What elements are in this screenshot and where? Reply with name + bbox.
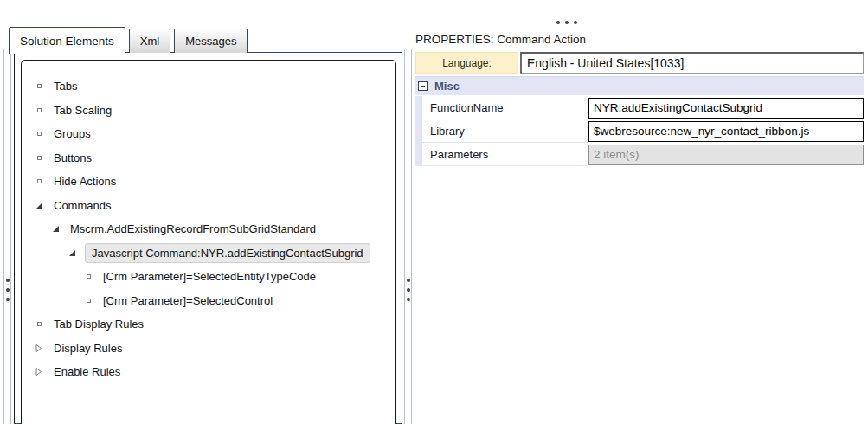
tree-list: TabsTab ScalingGroupsButtonsHide Actions… [22,61,395,384]
tree-item-label: Display Rules [52,341,124,356]
expanded-arrow-icon[interactable] [51,225,60,233]
tree-item-tabs[interactable]: Tabs [22,74,395,99]
expanded-arrow-icon[interactable] [68,249,76,257]
language-label: Language: [415,52,518,74]
row-gutter [415,119,422,143]
tree-item-mscrm-addexistingrecordfromsubgridstandard[interactable]: Mscrm.AddExistingRecordFromSubGridStanda… [22,217,395,241]
tree-item-label: Tab Scaling [52,103,113,118]
leaf-bullet-icon [35,156,43,160]
splitter-grip-icon[interactable] [407,279,410,301]
tree-item-label: [Crm Parameter]=SelectedEntityTypeCode [101,269,318,284]
language-select[interactable]: English - United States[1033] [520,52,864,74]
property-value-cell: 2 item(s) [588,143,864,166]
leaf-bullet-icon [84,274,93,279]
collapsed-arrow-icon[interactable] [35,367,43,376]
leaf-bullet-icon [84,299,93,303]
property-row-parameters: Parameters2 item(s) [415,143,864,166]
misc-group-label: Misc [434,80,460,93]
language-row: Language: English - United States[1033] [415,52,864,74]
property-value-cell: NYR.addExistingContactSubgrid [588,96,864,119]
leaf-bullet-icon [35,322,43,326]
tab-xml[interactable]: Xml [129,29,170,53]
tree-item-label: Mscrm.AddExistingRecordFromSubGridStanda… [68,222,318,236]
property-grid: FunctionNameNYR.addExistingContactSubgri… [415,96,864,166]
row-gutter [415,96,422,119]
tab-label: Messages [185,35,236,48]
tree-item-label: Tabs [52,79,79,93]
tab-solution-elements[interactable]: Solution Elements [9,27,125,54]
solution-elements-panel: TabsTab ScalingGroupsButtonsHide Actions… [14,52,402,424]
tree-item-buttons[interactable]: Buttons [22,146,395,170]
splitter-grip-icon[interactable] [6,279,10,301]
tree-item-label: Enable Rules [52,364,122,379]
row-gutter [415,143,422,166]
property-name: Parameters [422,143,588,166]
tree-item-tab-scaling[interactable]: Tab Scaling [22,99,395,123]
tree-item--crm-parameter-selectedcontrol[interactable]: [Crm Parameter]=SelectedControl [22,289,395,313]
tree-item-label: Hide Actions [52,174,118,189]
property-value-input-functionname[interactable]: NYR.addExistingContactSubgrid [588,98,864,119]
tree-item-label: Groups [52,126,93,141]
tree-item-display-rules[interactable]: Display Rules [22,337,395,361]
leaf-bullet-icon [35,84,43,88]
language-selected-value: English - United States[1033] [527,56,684,70]
left-splitter[interactable] [3,49,11,424]
property-value-input-parameters: 2 item(s) [588,145,864,165]
tab-label: Solution Elements [20,35,114,48]
expanded-arrow-icon[interactable] [35,202,43,209]
tree-item-tab-display-rules[interactable]: Tab Display Rules [22,312,395,337]
properties-splitter-grip-icon[interactable] [556,21,577,24]
property-row-functionname: FunctionNameNYR.addExistingContactSubgri… [415,96,864,119]
middle-splitter[interactable] [404,49,412,424]
collapsed-arrow-icon[interactable] [35,344,43,353]
property-name: FunctionName [422,96,588,119]
tab-label: Xml [140,35,159,48]
property-value-input-library[interactable]: $webresource:new_nyr_contact_ribbon.js [588,121,864,142]
leaf-bullet-icon [35,132,43,136]
tree-item-label: Commands [52,198,113,213]
tree-item-javascript-command-nyr-addexistingcontactsubgrid[interactable]: Javascript Command:NYR.addExistingContac… [22,241,395,266]
tree-item-label: Javascript Command:NYR.addExistingContac… [85,243,370,263]
property-value-cell: $webresource:new_nyr_contact_ribbon.js [588,119,864,143]
collapse-minus-icon[interactable] [418,81,428,91]
property-name: Library [422,119,588,143]
tree-item-groups[interactable]: Groups [22,122,395,146]
solution-tree-container: TabsTab ScalingGroupsButtonsHide Actions… [21,60,396,424]
tree-item-hide-actions[interactable]: Hide Actions [22,170,395,194]
tree-item-enable-rules[interactable]: Enable Rules [22,360,395,384]
leaf-bullet-icon [35,108,43,112]
leaf-bullet-icon [35,179,43,183]
properties-title: PROPERTIES: Command Action [415,33,586,46]
tab-strip: Solution ElementsXmlMessages [9,27,248,53]
tree-item--crm-parameter-selectedentitytypecode[interactable]: [Crm Parameter]=SelectedEntityTypeCode [22,265,395,289]
tree-item-label: [Crm Parameter]=SelectedControl [101,293,274,308]
tree-item-commands[interactable]: Commands [22,194,395,218]
tree-item-label: Tab Display Rules [52,317,145,331]
tree-item-label: Buttons [52,151,93,165]
property-row-library: Library$webresource:new_nyr_contact_ribb… [415,119,864,143]
misc-group-header[interactable]: Misc [415,76,864,95]
tab-messages[interactable]: Messages [174,29,248,53]
